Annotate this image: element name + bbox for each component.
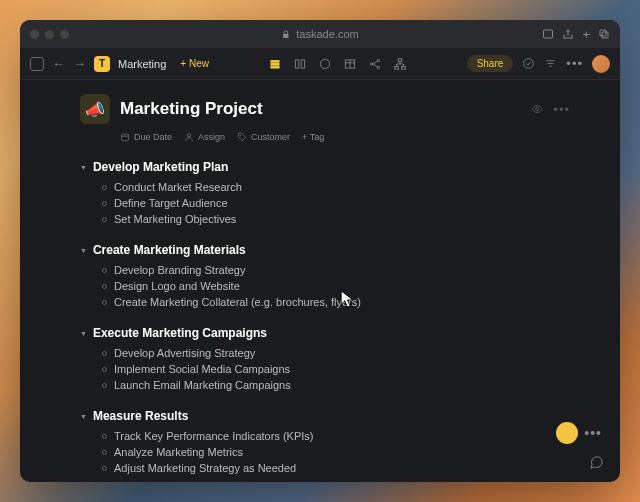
lock-icon <box>281 30 290 39</box>
share-button[interactable]: Share <box>467 55 514 72</box>
svg-rect-6 <box>296 59 300 67</box>
svg-line-15 <box>373 61 378 64</box>
section-header[interactable]: ▼Create Marketing Materials <box>80 243 570 257</box>
list-item[interactable]: Adjust Marketing Strategy as Needed <box>102 460 570 476</box>
project-more-icon[interactable]: ••• <box>553 102 570 117</box>
avatar[interactable] <box>592 55 610 73</box>
svg-point-32 <box>240 135 241 136</box>
calendar-icon <box>120 132 130 142</box>
project-meta: Due Date Assign Customer + Tag <box>120 132 570 142</box>
check-circle-icon[interactable] <box>522 57 535 70</box>
svg-rect-29 <box>122 134 129 141</box>
list-item[interactable]: Implement Social Media Campaigns <box>102 361 570 377</box>
more-menu-icon[interactable]: ••• <box>566 56 583 71</box>
breadcrumb[interactable]: Marketing <box>118 58 166 70</box>
reader-icon[interactable] <box>542 28 554 40</box>
project-title[interactable]: Marketing Project <box>120 99 263 119</box>
bullet-icon <box>102 185 107 190</box>
list-item[interactable]: Develop Branding Strategy <box>102 262 570 278</box>
list-item[interactable]: Analyze Marketing Metrics <box>102 444 570 460</box>
new-tab-icon[interactable]: + <box>582 27 590 42</box>
bullet-icon <box>102 284 107 289</box>
item-text[interactable]: Set Marketing Objectives <box>114 213 236 225</box>
list-item[interactable]: Develop Advertising Strategy <box>102 345 570 361</box>
list-item[interactable]: Define Target Audience <box>102 195 570 211</box>
section-header[interactable]: ▼Measure Results <box>80 409 570 423</box>
app-logo[interactable]: T <box>94 56 110 72</box>
traffic-lights[interactable] <box>30 30 69 39</box>
action-view-icon[interactable] <box>318 57 332 71</box>
item-text[interactable]: Define Target Audience <box>114 197 228 209</box>
item-text[interactable]: Adjust Marketing Strategy as Needed <box>114 462 296 474</box>
list-item[interactable]: Create Marketing Collateral (e.g. brochu… <box>102 294 570 310</box>
section: ▼Execute Marketing CampaignsDevelop Adve… <box>80 326 570 393</box>
section: ▼Create Marketing MaterialsDevelop Brand… <box>80 243 570 310</box>
list-view-icon[interactable] <box>268 57 282 71</box>
section-title[interactable]: Create Marketing Materials <box>93 243 246 257</box>
bullet-icon <box>102 383 107 388</box>
list-item[interactable]: Conduct Market Research <box>102 179 570 195</box>
section-items: Develop Advertising StrategyImplement So… <box>102 345 570 393</box>
svg-rect-17 <box>399 58 403 61</box>
project-icon[interactable]: 📣 <box>80 94 110 124</box>
bullet-icon <box>102 300 107 305</box>
item-text[interactable]: Develop Advertising Strategy <box>114 347 255 359</box>
nav-back-icon[interactable]: ← <box>52 56 65 71</box>
view-switcher <box>268 57 407 71</box>
due-date-button[interactable]: Due Date <box>120 132 172 142</box>
section-header[interactable]: ▼Execute Marketing Campaigns <box>80 326 570 340</box>
item-text[interactable]: Launch Email Marketing Campaigns <box>114 379 291 391</box>
item-text[interactable]: Conduct Market Research <box>114 181 242 193</box>
item-text[interactable]: Create Marketing Collateral (e.g. brochu… <box>114 296 361 308</box>
chevron-down-icon[interactable]: ▼ <box>80 247 87 254</box>
section-title[interactable]: Measure Results <box>93 409 188 423</box>
svg-point-24 <box>524 59 534 69</box>
svg-rect-1 <box>600 30 606 36</box>
table-view-icon[interactable] <box>343 57 357 71</box>
list-item[interactable]: Launch Email Marketing Campaigns <box>102 377 570 393</box>
list-item[interactable]: Design Logo and Website <box>102 278 570 294</box>
sidebar-toggle-icon[interactable] <box>30 57 44 71</box>
item-text[interactable]: Analyze Marketing Metrics <box>114 446 243 458</box>
add-tag-button[interactable]: + Tag <box>302 132 324 142</box>
item-text[interactable]: Design Logo and Website <box>114 280 240 292</box>
tag-icon <box>237 132 247 142</box>
address-bar[interactable]: taskade.com <box>281 28 358 40</box>
quick-add-fab[interactable]: ••• <box>556 422 602 444</box>
svg-rect-18 <box>395 66 399 69</box>
filter-icon[interactable] <box>544 57 557 70</box>
chat-icon[interactable] <box>586 452 606 472</box>
board-view-icon[interactable] <box>293 57 307 71</box>
share-browser-icon[interactable] <box>562 28 574 40</box>
svg-rect-4 <box>271 63 279 65</box>
section-items: Develop Branding StrategyDesign Logo and… <box>102 262 570 310</box>
svg-rect-5 <box>271 66 279 68</box>
section: ▼Develop Marketing PlanConduct Market Re… <box>80 160 570 227</box>
svg-point-8 <box>321 59 330 68</box>
chevron-down-icon[interactable]: ▼ <box>80 164 87 171</box>
bullet-icon <box>102 367 107 372</box>
section-title[interactable]: Develop Marketing Plan <box>93 160 228 174</box>
assign-button[interactable]: Assign <box>184 132 225 142</box>
section-header[interactable]: ▼Develop Marketing Plan <box>80 160 570 174</box>
tag-customer[interactable]: Customer <box>237 132 290 142</box>
chevron-down-icon[interactable]: ▼ <box>80 330 87 337</box>
chevron-down-icon[interactable]: ▼ <box>80 413 87 420</box>
section-items: Track Key Performance Indicators (KPIs)A… <box>102 428 570 476</box>
bullet-icon <box>102 201 107 206</box>
project-visibility-icon[interactable] <box>531 103 543 115</box>
new-button[interactable]: + New <box>180 58 209 69</box>
browser-titlebar: taskade.com + <box>20 20 620 48</box>
list-item[interactable]: Set Marketing Objectives <box>102 211 570 227</box>
fab-more-icon[interactable]: ••• <box>584 425 602 441</box>
item-text[interactable]: Implement Social Media Campaigns <box>114 363 290 375</box>
nav-forward-icon[interactable]: → <box>73 56 86 71</box>
tabs-icon[interactable] <box>598 28 610 40</box>
svg-point-31 <box>187 134 190 137</box>
section-title[interactable]: Execute Marketing Campaigns <box>93 326 267 340</box>
item-text[interactable]: Develop Branding Strategy <box>114 264 245 276</box>
orgchart-view-icon[interactable] <box>393 57 407 71</box>
item-text[interactable]: Track Key Performance Indicators (KPIs) <box>114 430 314 442</box>
list-item[interactable]: Track Key Performance Indicators (KPIs) <box>102 428 570 444</box>
mindmap-view-icon[interactable] <box>368 57 382 71</box>
